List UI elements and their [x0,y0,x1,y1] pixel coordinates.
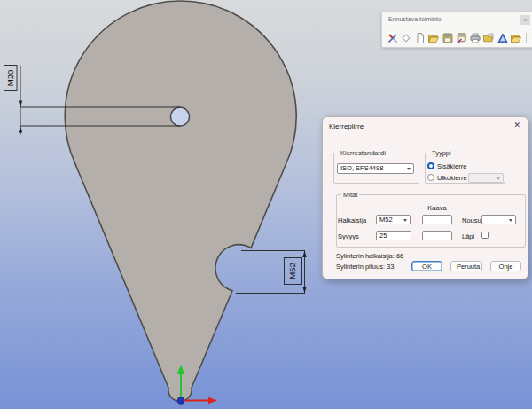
formula-column-label: Kaava [422,204,452,212]
ok-button[interactable]: OK [411,261,442,271]
internal-thread-radio[interactable] [427,162,434,169]
folder-page-icon[interactable] [483,32,495,43]
cancel-button[interactable]: Peruuta [450,261,482,271]
depth-label: Syvyys [338,232,359,240]
diameter-formula-input[interactable] [422,215,452,224]
triangle-icon[interactable] [497,32,508,43]
predictive-tool-icon[interactable] [387,32,398,43]
folder-open-icon[interactable] [511,32,522,43]
chevron-down-icon [403,219,407,222]
external-thread-radio[interactable] [427,174,434,181]
through-label: Läpi [462,232,474,240]
pitch-label: Nousu [462,216,481,224]
external-thread-select[interactable] [468,173,504,183]
chevron-down-icon [407,168,411,170]
predictive-toolbar: Ennustava toiminto × [381,12,532,48]
cylinder-diameter-info: Sylinterin halkaisija: 66 [336,252,403,260]
toolbar-close-button[interactable]: × [520,15,530,25]
through-checkbox[interactable] [481,232,489,239]
m52-dimension-label[interactable]: M52 [287,263,297,279]
open-folder-icon[interactable] [428,32,440,43]
thread-feature-dialog: Kierrepiirre ✕ Kierrestandardi ISO, SFS4… [322,116,528,279]
internal-thread-label: Sisäkierre [437,162,466,170]
diameter-label: Halkaisija [338,216,366,224]
diameter-select[interactable]: M52 [376,215,411,224]
help-button[interactable]: Ohje [490,261,521,271]
chevron-down-icon [509,219,512,222]
toolbar-icon-row: ⚙ [387,32,532,43]
dialog-close-button[interactable]: ✕ [513,121,520,130]
dimensions-group-label: Mitat [341,191,359,199]
depth-formula-input[interactable] [422,231,452,240]
new-document-icon[interactable] [414,32,426,43]
toolbar-separator [526,33,527,43]
save-icon[interactable] [442,32,453,43]
part-hole[interactable] [171,107,190,126]
depth-input[interactable]: 25 [376,231,411,240]
thread-standard-select[interactable]: ISO, SFS4498 [337,163,414,174]
external-thread-label: Ulkokierre [437,174,467,182]
close-icon: × [523,17,528,24]
pitch-select[interactable] [481,215,516,224]
thread-standard-value: ISO, SFS4498 [340,164,383,172]
dialog-title: Kierrepiirre [329,122,364,130]
depth-value: 25 [379,232,387,240]
chevron-down-icon [497,177,500,180]
thread-standard-group-label: Kierrestandardi [339,149,387,157]
save-as-icon[interactable] [456,32,467,43]
m20-dimension-label[interactable]: M20 [5,70,15,86]
thread-type-group-label: Tyyppi [430,149,453,157]
part-outline[interactable] [65,1,296,401]
print-icon[interactable] [469,32,481,43]
diameter-value: M52 [379,216,393,224]
cad-viewport: M20 M52 Ennustava toiminto × [0,0,532,409]
origin-point [177,397,184,405]
cylinder-length-info: Sylinterin pituus: 33 [336,263,394,271]
m52-dimension[interactable]: M52 [236,251,307,294]
tag-icon[interactable] [401,32,412,43]
toolbar-title: Ennustava toiminto [388,16,442,22]
